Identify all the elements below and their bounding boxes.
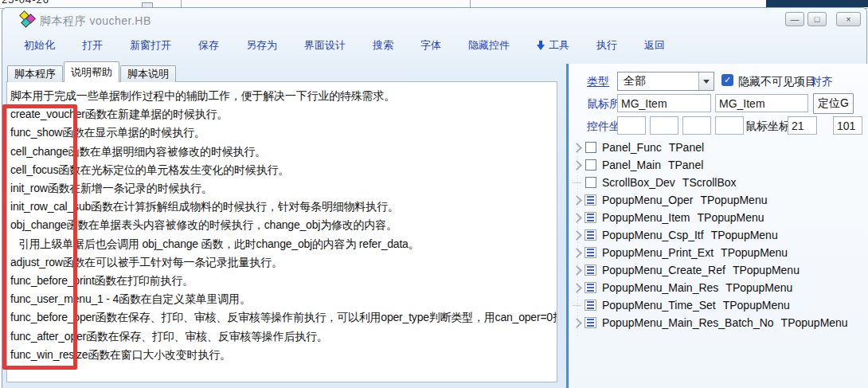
toolbar-item-label: 保存	[198, 38, 219, 53]
expand-chevron-icon[interactable]	[573, 284, 585, 292]
toolbar-item-font[interactable]: 字体	[420, 38, 441, 53]
toolbar-item-init[interactable]: 初始化	[24, 38, 55, 53]
help-text-line: init_row函数在新增一条记录的时候执行。	[10, 179, 552, 198]
tree-item-name: PopupMenu_Csp_Itf	[602, 229, 704, 241]
tree-item-PopupMenu_Csp_Itf[interactable]: PopupMenu_Csp_ItfTPopupMenu	[569, 226, 868, 244]
tree-item-Panel_Func[interactable]: Panel_FuncTPanel	[569, 139, 868, 156]
tree-item-type: TScrollBox	[682, 176, 737, 189]
tab-script-notes[interactable]: 脚本说明	[120, 65, 176, 82]
toolbar-item-open-new-window[interactable]: 新窗打开	[130, 38, 171, 53]
panel-checkbox-icon	[585, 177, 596, 188]
tree-item-name: PopupMenu_Create_Ref	[602, 264, 725, 276]
toolbar-item-label: 界面设计	[304, 38, 346, 53]
tree-item-name: Panel_Main	[602, 159, 661, 171]
type-select[interactable]: 全部	[617, 72, 714, 91]
mouse-coord-label: 鼠标坐标	[745, 120, 790, 134]
help-text-line: init_row_cal_sub函数在计算拆解组成物料的时候执行，针对每条明细物…	[10, 198, 552, 216]
toolbar-item-label: 字体	[420, 38, 441, 53]
expand-chevron-icon[interactable]	[573, 267, 585, 274]
tab-bar: 脚本程序说明帮助脚本说明	[7, 61, 177, 82]
help-text-area: 脚本用于完成一些单据制作过程中的辅助工作，便于解决一下行业的特殊需求。creat…	[6, 81, 557, 382]
maximize-button[interactable]: □	[807, 12, 827, 26]
popup-menu-icon	[585, 300, 596, 311]
hide-invisible-checkbox[interactable]: ✓	[721, 74, 733, 86]
expand-chevron-icon[interactable]	[573, 232, 585, 239]
tab-help[interactable]: 说明帮助	[64, 61, 119, 82]
window-controls: — □ ×	[785, 12, 861, 26]
toolbar: 初始化打开新窗打开保存另存为界面设计搜索字体隐藏控件工具执行返回	[2, 34, 866, 57]
tree-item-type: TPanel	[669, 141, 704, 154]
tree-item-name: Panel_Func	[602, 141, 662, 154]
tree-item-PopupMenu_Main_Res_Batch_No[interactable]: PopupMenu_Main_Res_Batch_NoTPopupMenu	[569, 314, 868, 331]
help-text-line: 引用上级单据后也会调用 obj_change 函数，此时change_obj的内…	[10, 235, 552, 253]
tree-item-name: PopupMenu_Print_Ext	[602, 246, 714, 259]
toolbar-item-tools[interactable]: 工具	[537, 38, 569, 53]
tree-item-type: TPanel	[668, 159, 703, 171]
tree-item-PopupMenu_Print_Ext[interactable]: PopupMenu_Print_ExtTPopupMenu	[569, 244, 868, 261]
tree-item-name: ScrollBox_Dev	[602, 176, 675, 189]
tree-item-PopupMenu_Oper[interactable]: PopupMenu_OperTPopupMenu	[569, 191, 868, 209]
tree-item-PopupMenu_Item[interactable]: PopupMenu_ItemTPopupMenu	[569, 209, 868, 226]
toolbar-item-label: 隐藏控件	[468, 38, 510, 53]
tree-item-type: TPopupMenu	[721, 246, 788, 259]
type-label[interactable]: 类型	[587, 75, 609, 89]
panel-checkbox-icon	[585, 159, 596, 170]
tree-item-ScrollBox_Dev[interactable]: ScrollBox_DevTScrollBox	[569, 174, 868, 191]
tree-item-PopupMenu_Time_Set[interactable]: PopupMenu_Time_SetTPopupMenu	[569, 296, 868, 314]
toolbar-item-ui-design[interactable]: 界面设计	[304, 38, 346, 53]
toolbar-item-run[interactable]: 执行	[596, 38, 617, 53]
tree-item-PopupMenu_Create_Ref[interactable]: PopupMenu_Create_RefTPopupMenu	[569, 261, 868, 279]
tree-item-name: PopupMenu_Time_Set	[602, 299, 716, 312]
mouse-in-input-1[interactable]	[617, 94, 711, 112]
control-coord-input-3[interactable]	[682, 116, 711, 135]
toolbar-item-hide-controls[interactable]: 隐藏控件	[468, 38, 510, 53]
help-text-line: func_before_print函数在打印前执行。	[10, 272, 552, 290]
toolbar-item-open[interactable]: 打开	[82, 38, 103, 53]
window-title: 脚本程序 voucher.HB	[40, 14, 151, 29]
tree-item-type: TPopupMenu	[711, 229, 778, 241]
toolbar-item-label: 新窗打开	[130, 38, 171, 53]
mouse-coord-y-input[interactable]	[833, 116, 862, 135]
popup-menu-icon	[585, 265, 596, 276]
expand-chevron-icon[interactable]	[573, 197, 585, 204]
popup-menu-icon	[585, 229, 596, 241]
tab-script-program[interactable]: 脚本程序	[7, 65, 63, 82]
align-link[interactable]: 对齐	[811, 75, 833, 89]
toolbar-item-label: 执行	[596, 38, 617, 53]
help-text-line: create_voucher函数在新建单据的时候执行。	[10, 105, 552, 123]
close-button[interactable]: ×	[836, 12, 861, 26]
toolbar-item-label: 打开	[82, 38, 103, 53]
control-coord-input-4[interactable]	[715, 116, 744, 135]
locate-button[interactable]: 定位G	[813, 93, 854, 114]
expand-chevron-icon[interactable]	[573, 319, 585, 327]
tree-item-name: PopupMenu_Main_Res	[602, 281, 718, 294]
help-text-line: func_before_oper函数在保存、打印、审核、反审核等操作前执行，可以…	[10, 308, 552, 327]
mouse-coord-x-input[interactable]	[788, 116, 817, 135]
titlebar: 脚本程序 voucher.HB — □ ×	[2, 8, 866, 32]
control-tree: Panel_FuncTPanelPanel_MainTPanelScrollBo…	[569, 139, 868, 386]
help-text-line: func_after_oper函数在保存、打印、审核、反审核等操作后执行。	[10, 327, 552, 346]
toolbar-item-save[interactable]: 保存	[198, 38, 219, 53]
toolbar-item-back[interactable]: 返回	[644, 38, 665, 53]
tree-item-name: PopupMenu_Oper	[602, 194, 693, 206]
popup-menu-icon	[585, 282, 596, 293]
minimize-button[interactable]: —	[785, 12, 804, 26]
tree-item-PopupMenu_Main_Res[interactable]: PopupMenu_Main_ResTPopupMenu	[569, 279, 868, 296]
toolbar-item-label: 另存为	[246, 38, 277, 53]
tree-item-name: PopupMenu_Item	[602, 211, 690, 224]
toolbar-item-search[interactable]: 搜索	[373, 38, 393, 53]
tree-connector	[573, 305, 585, 306]
help-text-line: obj_change函数在单据表头内容被修改的时候执行，change_obj为修…	[10, 216, 552, 234]
toolbar-item-save-as[interactable]: 另存为	[246, 38, 277, 53]
tree-item-type: TPopupMenu	[700, 194, 767, 206]
expand-chevron-icon[interactable]	[573, 249, 585, 257]
chevron-down-icon[interactable]	[698, 73, 714, 90]
expand-chevron-icon[interactable]	[573, 214, 585, 221]
tree-item-Panel_Main[interactable]: Panel_MainTPanel	[569, 156, 868, 174]
control-coord-input-2[interactable]	[650, 116, 678, 135]
control-coord-input-1[interactable]	[617, 116, 646, 135]
expand-chevron-icon[interactable]	[573, 162, 585, 169]
help-text-line: func_win_resize函数在窗口大小改变时执行。	[10, 346, 552, 364]
mouse-in-input-2[interactable]	[715, 94, 808, 112]
expand-chevron-icon[interactable]	[573, 144, 585, 151]
